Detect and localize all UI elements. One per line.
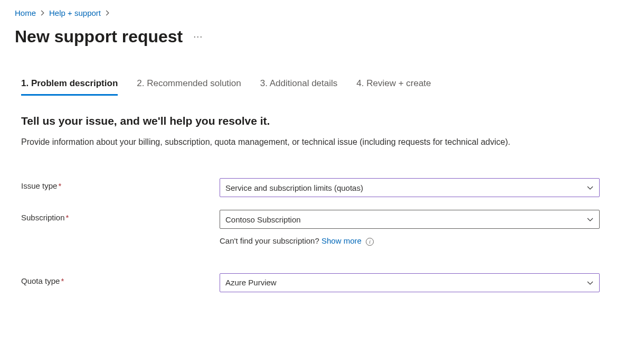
subscription-value: Contoso Subscription bbox=[225, 215, 301, 224]
breadcrumb-help-support[interactable]: Help + support bbox=[49, 8, 101, 17]
chevron-down-icon bbox=[586, 216, 594, 223]
section-heading: Tell us your issue, and we'll help you r… bbox=[21, 115, 629, 127]
wizard-tabs: 1. Problem description 2. Recommended so… bbox=[21, 78, 629, 96]
required-indicator: * bbox=[66, 213, 69, 222]
required-indicator: * bbox=[58, 181, 61, 190]
subscription-label: Subscription* bbox=[21, 210, 220, 222]
tab-review-create[interactable]: 4. Review + create bbox=[356, 78, 431, 96]
tab-recommended-solution[interactable]: 2. Recommended solution bbox=[137, 78, 241, 96]
breadcrumb: Home Help + support bbox=[15, 8, 629, 17]
page-title: New support request bbox=[15, 27, 183, 47]
form-row-issue-type: Issue type* Service and subscription lim… bbox=[21, 178, 629, 197]
subscription-select[interactable]: Contoso Subscription bbox=[220, 210, 600, 229]
chevron-down-icon bbox=[586, 184, 594, 191]
page-title-row: New support request ··· bbox=[15, 27, 629, 47]
info-icon[interactable]: i bbox=[366, 238, 374, 246]
issue-type-value: Service and subscription limits (quotas) bbox=[225, 183, 363, 192]
chevron-right-icon bbox=[40, 9, 45, 17]
show-more-link[interactable]: Show more bbox=[321, 236, 362, 245]
quota-type-value: Azure Purview bbox=[225, 278, 277, 287]
quota-type-select[interactable]: Azure Purview bbox=[220, 273, 600, 292]
quota-type-label: Quota type* bbox=[21, 273, 220, 285]
required-indicator: * bbox=[61, 276, 64, 285]
section-description: Provide information about your billing, … bbox=[21, 136, 591, 148]
chevron-down-icon bbox=[586, 279, 594, 286]
issue-type-select[interactable]: Service and subscription limits (quotas) bbox=[220, 178, 600, 197]
breadcrumb-home[interactable]: Home bbox=[15, 8, 36, 17]
form-row-subscription: Subscription* Contoso Subscription Can't… bbox=[21, 210, 629, 246]
tab-additional-details[interactable]: 3. Additional details bbox=[260, 78, 338, 96]
tab-problem-description[interactable]: 1. Problem description bbox=[21, 78, 118, 96]
subscription-help-text: Can't find your subscription? Show more … bbox=[220, 236, 600, 246]
chevron-right-icon bbox=[105, 9, 110, 17]
more-actions-icon[interactable]: ··· bbox=[193, 31, 203, 42]
form-row-quota-type: Quota type* Azure Purview bbox=[21, 273, 629, 292]
issue-type-label: Issue type* bbox=[21, 178, 220, 190]
